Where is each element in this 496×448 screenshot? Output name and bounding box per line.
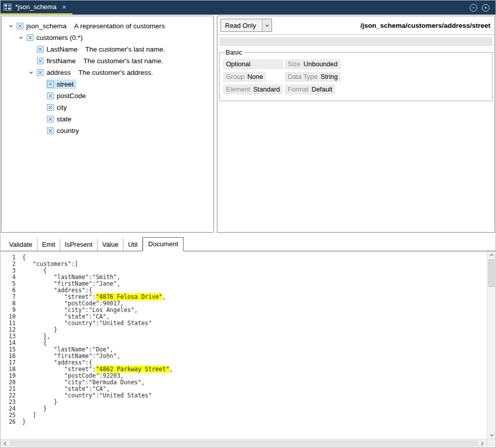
property-cells: OptionalSizeUnboundedGroupNoneData TypeS… [223, 59, 489, 95]
property-value: Standard [253, 85, 280, 93]
tree-item-state[interactable]: state [2, 113, 213, 125]
main-split: json_schemaA representation of customers… [1, 15, 495, 233]
tree-item-label: firstName [47, 57, 76, 65]
tab-emit[interactable]: Emit [37, 239, 60, 251]
chevron-down-icon[interactable] [262, 19, 272, 31]
scrollbar-corner [487, 439, 495, 447]
code-segment: { [22, 339, 47, 346]
chevron-down-icon[interactable] [26, 70, 36, 75]
inspector-toolbar: Read Only /json_schema/customers/address… [217, 16, 494, 35]
document-tab-bar: *json_schema × − + [1, 1, 495, 15]
chevron-down-icon[interactable] [6, 24, 16, 28]
code-line: 24 } [4, 406, 487, 412]
tab-document[interactable]: Document [143, 237, 184, 251]
highlighted-value: "4862 Parkway Street" [96, 366, 169, 373]
code-segment: "state":"CA", [22, 313, 110, 320]
tree-item-json-schema[interactable]: json_schemaA representation of customers [2, 20, 213, 32]
code-line: 23 } [4, 399, 487, 406]
element-icon [37, 46, 43, 53]
code-segment: "country":"United States" [22, 320, 152, 327]
code-segment: "firstName":"Jane", [22, 280, 120, 287]
element-icon [47, 104, 54, 111]
document-tab-json-schema[interactable]: *json_schema × [1, 1, 72, 15]
vertical-scroll-thumb[interactable] [488, 259, 494, 287]
code-segment: "state":"CA", [22, 385, 110, 392]
document-tab-title: *json_schema [15, 3, 57, 11]
property-label: Data Type [288, 73, 318, 80]
console-tab-bar: ValidateEmitIsPresentValueUtilDocument [1, 238, 495, 251]
tree-item-lastname[interactable]: LastNameThe customer's last name. [2, 43, 213, 55]
document-editor: 1{2 "customers":[3 {4 "lastName":"Smith"… [1, 251, 495, 447]
tree-item-postcode[interactable]: postCode [2, 90, 213, 102]
tree-item-description: A representation of customers [74, 22, 165, 30]
code-segment: "street": [22, 293, 96, 300]
code-segment: { [22, 254, 26, 261]
tab-value[interactable]: Value [98, 239, 123, 251]
property-format: FormatDefault [285, 84, 335, 95]
code-segment: { [22, 267, 47, 274]
horizontal-scroll-thumb[interactable] [10, 440, 478, 446]
horizontal-scrollbar[interactable] [1, 439, 487, 447]
scroll-left-icon[interactable] [4, 439, 7, 447]
tree-item-description: The customer's address. [78, 69, 153, 76]
code-segment: "customers":[ [22, 260, 78, 267]
scroll-up-icon[interactable] [487, 253, 495, 256]
tab-ispresent[interactable]: IsPresent [60, 239, 98, 251]
tab-util[interactable]: Util [123, 239, 143, 251]
code-line: 25 ] [4, 412, 487, 419]
inspector-strip [219, 37, 492, 46]
line-number: 26 [4, 419, 16, 425]
tree-node[interactable]: street [46, 79, 76, 89]
selected-node-path: /json_schema/customers/address/street [360, 22, 491, 29]
tree-item-address[interactable]: addressThe customer's address. [2, 67, 213, 78]
tree-node[interactable]: postCode [46, 91, 88, 101]
tree-item-label: country [57, 127, 79, 135]
property-label: Size [288, 60, 300, 68]
read-only-select-value: Read Only [221, 19, 262, 31]
element-icon [47, 81, 54, 87]
highlighted-value: "4876 Felosa Drive" [96, 293, 162, 300]
tree-node[interactable]: json_schema [16, 21, 69, 31]
property-element: ElementStandard [223, 84, 283, 95]
tree-node[interactable]: address [36, 68, 73, 77]
tree-item-firstname[interactable]: firstNameThe customer's last name. [2, 55, 213, 67]
close-tab-icon[interactable]: × [62, 3, 66, 11]
tree-item-label: json_schema [26, 22, 67, 30]
element-icon [17, 23, 23, 29]
tree-node[interactable]: state [46, 114, 74, 124]
code-text: } [22, 419, 26, 425]
window-controls: − + [470, 1, 495, 15]
tree-node[interactable]: customers (0:*) [26, 33, 85, 42]
code-segment: "city":"Bermuda Dunes", [22, 379, 145, 386]
code-segment: } [22, 418, 26, 425]
property-optional: Optional [223, 59, 283, 69]
expand-circle-button[interactable]: + [482, 4, 489, 12]
tree-node[interactable]: LastName [36, 44, 80, 54]
tree-node[interactable]: firstName [36, 56, 78, 66]
scroll-down-icon[interactable] [487, 434, 495, 437]
scroll-right-icon[interactable] [481, 439, 484, 447]
chevron-down-icon[interactable] [16, 35, 26, 40]
read-only-select[interactable]: Read Only [220, 19, 272, 32]
code-segment: } [22, 398, 57, 406]
vertical-scrollbar[interactable] [487, 251, 495, 439]
tree-item-country[interactable]: country [2, 125, 213, 137]
property-size: SizeUnbounded [285, 59, 341, 69]
tree-item-customers-0[interactable]: customers (0:*) [2, 32, 213, 43]
tab-validate[interactable]: Validate [5, 239, 37, 251]
tree-item-label: state [57, 115, 71, 123]
element-icon [37, 69, 43, 76]
collapse-circle-button[interactable]: − [470, 4, 477, 12]
code-segment: "lastName":"Doe", [22, 346, 113, 353]
element-icon [47, 116, 54, 122]
property-value: Optional [226, 60, 250, 68]
tree-item-city[interactable]: city [2, 102, 213, 113]
tree-node[interactable]: country [46, 126, 81, 136]
code-line: 26} [4, 419, 487, 425]
tree-item-street[interactable]: street [2, 78, 213, 90]
code-area[interactable]: 1{2 "customers":[3 {4 "lastName":"Smith"… [1, 251, 487, 439]
tree-item-label: street [57, 80, 74, 88]
code-segment: "country":"United States" [22, 392, 152, 399]
tree-node[interactable]: city [46, 103, 69, 112]
code-segment: "postCode":92203, [22, 372, 124, 379]
